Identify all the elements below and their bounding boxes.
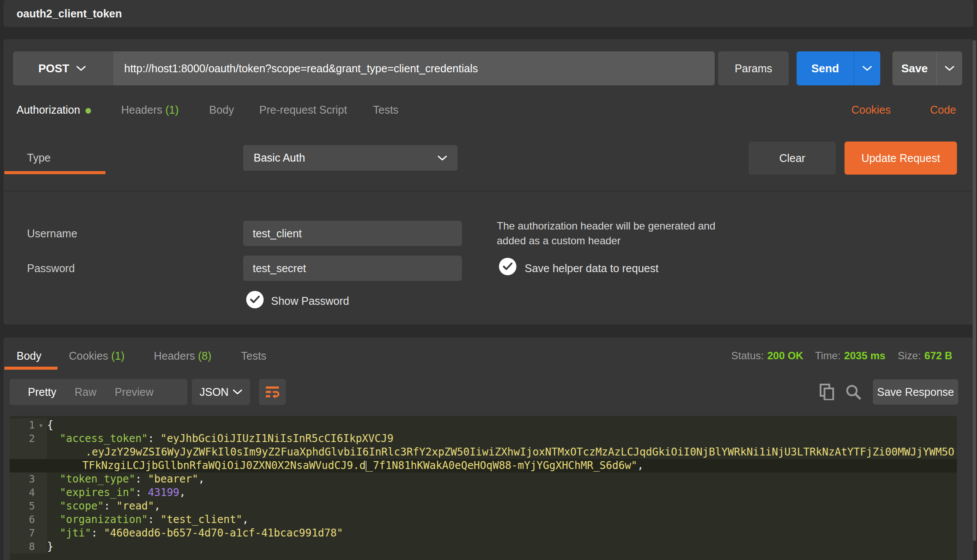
tab-label: Headers: [121, 104, 163, 116]
code-token: "scope": [60, 500, 104, 512]
auth-type-value: Basic Auth: [254, 152, 305, 164]
tab-label: Tests: [241, 350, 266, 362]
response-tab-tests[interactable]: Tests: [241, 350, 266, 362]
auth-helper-note-line2: added as a custom header: [497, 233, 716, 248]
password-input[interactable]: [243, 256, 462, 281]
wrap-lines-button[interactable]: [259, 379, 286, 405]
update-request-label: Update Request: [862, 152, 940, 165]
type-label: Type: [27, 152, 51, 164]
code-token: "eyJhbGciOiJIUzI1NiIsInR5cCI6IkpXVCJ9: [160, 432, 394, 445]
code-link[interactable]: Code: [930, 104, 956, 116]
save-label[interactable]: Save: [892, 51, 937, 85]
code-token: "460eadd6-b657-4d70-a1cf-41bcac991d78": [104, 527, 343, 539]
code-token: TFkNzgiLCJjbGllbnRfaWQiOiJ0ZXN0X2NsaWVud…: [82, 459, 366, 472]
tab-authorization[interactable]: Authorization: [17, 104, 91, 116]
request-title-bar: oauth2_client_token: [3, 0, 974, 27]
code-row: 2"access_token": "eyJhbGciOiJIUzI1NiIsIn…: [10, 432, 957, 445]
response-tab-headers[interactable]: Headers (8): [154, 350, 211, 362]
tab-count: (8): [198, 350, 211, 362]
auth-configured-dot: [85, 108, 91, 114]
view-mode-preview[interactable]: Preview: [115, 386, 153, 398]
show-password-checkbox[interactable]: [246, 291, 264, 308]
save-dropdown[interactable]: [937, 51, 962, 85]
code-token: "expires_in": [60, 486, 135, 499]
code-token: "organization": [60, 513, 148, 526]
code-token: :: [91, 527, 104, 539]
code-token: ,: [242, 513, 248, 526]
response-tab-body[interactable]: Body: [17, 350, 41, 362]
status-badge: Status:200 OK: [731, 350, 803, 362]
code-token: 43199: [148, 486, 179, 499]
save-response-label: Save Response: [877, 386, 954, 398]
code-row: .eyJzY29wZSI6WyJyZWFkIl0sIm9yZ2FuaXphdGl…: [10, 445, 957, 459]
username-input[interactable]: [243, 221, 462, 246]
code-token: "bearer": [148, 473, 198, 485]
params-label: Params: [735, 62, 772, 75]
code-token: "access_token": [60, 432, 148, 445]
response-tab-cookies[interactable]: Cookies (1): [69, 350, 125, 362]
show-password-label: Show Password: [271, 295, 349, 307]
save-helper-checkbox[interactable]: [499, 258, 516, 275]
code-token: :: [148, 513, 160, 526]
status-label: Status:: [731, 350, 764, 361]
search-button[interactable]: [842, 381, 864, 403]
method-select[interactable]: POST: [13, 51, 113, 85]
send-dropdown[interactable]: [854, 51, 880, 85]
time-value: 2035 ms: [844, 350, 885, 361]
save-response-button[interactable]: Save Response: [873, 379, 958, 405]
code-token: {: [47, 419, 53, 431]
status-value: 200 OK: [767, 350, 804, 361]
tab-label: Authorization: [17, 104, 80, 116]
view-mode-pretty[interactable]: Pretty: [28, 386, 56, 398]
save-button[interactable]: Save: [892, 51, 962, 85]
code-token: "jti": [60, 527, 91, 539]
line-number-gutter: 8: [10, 540, 47, 553]
auth-helper-note-line1: The authorization header will be generat…: [497, 219, 716, 233]
code-row: 6"organization": "test_client",: [10, 513, 957, 526]
copy-button[interactable]: [816, 381, 838, 403]
tab-pre-request-script[interactable]: Pre-request Script: [259, 104, 347, 116]
code-token: ,: [198, 473, 204, 485]
search-icon: [845, 384, 861, 400]
code-row: 7"jti": "460eadd6-b657-4d70-a1cf-41bcac9…: [10, 526, 957, 540]
tab-headers[interactable]: Headers (1): [121, 104, 179, 116]
format-select[interactable]: JSON: [192, 379, 250, 405]
view-mode-raw[interactable]: Raw: [75, 386, 96, 398]
response-panel: Body Cookies (1) Headers (8) Tests Statu…: [3, 337, 974, 560]
line-number-gutter: [10, 459, 47, 472]
send-label[interactable]: Send: [797, 51, 854, 85]
tab-count: (1): [165, 104, 179, 116]
tab-label: Pre-request Script: [259, 104, 347, 116]
tab-label: Body: [17, 350, 41, 362]
method-label: POST: [38, 62, 69, 75]
request-builder-panel: POST Params Send Save: [3, 39, 974, 324]
update-request-button[interactable]: Update Request: [845, 142, 957, 175]
params-button[interactable]: Params: [718, 51, 789, 85]
line-number-gutter: 4: [10, 486, 47, 499]
wrap-lines-icon: [265, 385, 280, 398]
chevron-down-icon: [862, 66, 872, 71]
clear-label: Clear: [779, 152, 805, 165]
code-lines: 1▾{2"access_token": "eyJhbGciOiJIUzI1NiI…: [10, 418, 957, 553]
auth-type-select[interactable]: Basic Auth: [243, 145, 458, 171]
response-body-editor[interactable]: 1▾{2"access_token": "eyJhbGciOiJIUzI1NiI…: [10, 416, 957, 560]
fold-icon[interactable]: ▾: [35, 418, 47, 432]
code-row: TFkNzgiLCJjbGllbnRfaWQiOiJ0ZXN0X2NsaWVud…: [10, 459, 957, 472]
chevron-down-icon: [438, 155, 447, 161]
code-row: 5"scope": "read",: [10, 499, 957, 513]
active-tab-underline: [4, 171, 105, 174]
send-button[interactable]: Send: [797, 51, 880, 85]
line-number-gutter: 5: [10, 499, 47, 513]
tab-body[interactable]: Body: [209, 104, 234, 116]
line-number-gutter: 1▾: [10, 418, 47, 432]
code-token: ,: [180, 486, 186, 499]
url-input[interactable]: [113, 51, 715, 85]
copy-icon: [820, 384, 835, 400]
line-number-gutter: [10, 445, 47, 459]
format-value: JSON: [200, 386, 229, 398]
tab-tests[interactable]: Tests: [373, 104, 398, 116]
cookies-link[interactable]: Cookies: [851, 104, 891, 116]
vertical-scrollbar[interactable]: [973, 40, 976, 541]
app-window: oauth2_client_token POST Params Send Sav…: [0, 0, 977, 560]
clear-button[interactable]: Clear: [749, 142, 836, 175]
